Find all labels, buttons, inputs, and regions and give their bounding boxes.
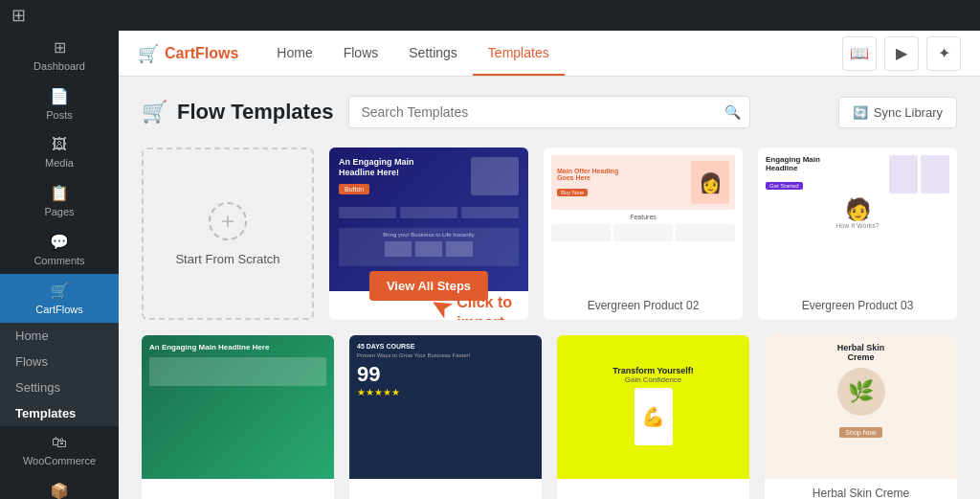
- scratch-plus-icon: +: [209, 202, 247, 240]
- sidebar-sub-home[interactable]: Home: [0, 323, 119, 349]
- tab-home[interactable]: Home: [261, 31, 327, 76]
- tab-settings[interactable]: Settings: [393, 31, 473, 76]
- main-content: 🛒 CartFlows Home Flows Settings Template…: [119, 0, 980, 499]
- scratch-label: Start From Scratch: [175, 252, 279, 266]
- brand-name: CartFlows: [165, 45, 238, 62]
- cartflows-icon: 🛒: [50, 282, 69, 300]
- admin-bar: ⊞: [0, 0, 980, 31]
- search-wrap: 🔍: [348, 96, 750, 128]
- sidebar-item-label: Comments: [33, 255, 84, 266]
- nav-action-icons: 📖 ▶ ✦: [842, 36, 961, 71]
- sidebar-item-media[interactable]: 🖼 Media: [0, 128, 119, 176]
- template-label-skin: Herbal Skin Creme: [765, 479, 957, 499]
- template-preview-ecourse: An Engaging Main Headline Here: [142, 335, 334, 479]
- dashboard-icon: ⊞: [54, 38, 66, 57]
- sidebar: ⊞ Dashboard 📄 Posts 🖼 Media 📋 Pages 💬 Co…: [0, 0, 119, 499]
- tab-templates[interactable]: Templates: [473, 31, 565, 76]
- template-card-evergreen2[interactable]: Main Offer Heading Goes Here Buy Now 👩 F…: [544, 147, 743, 320]
- template-preview-protein: Transform Yourself! Gain Confidence 💪: [557, 335, 749, 479]
- view-all-steps-button[interactable]: View All Steps: [369, 271, 488, 301]
- woocommerce-icon: 🛍: [52, 434, 67, 451]
- sidebar-item-label: Media: [45, 157, 74, 169]
- sidebar-item-dashboard[interactable]: ⊞ Dashboard: [0, 31, 119, 79]
- template-preview-skin: Herbal SkinCreme 🌿 Shop Now: [765, 335, 957, 479]
- template-label-evergreen2: Evergreen Product 02: [544, 291, 743, 320]
- template-preview-evergreen1: An Engaging MainHeadline Here! Button Br…: [329, 147, 528, 291]
- sidebar-item-label: WooCommerce: [23, 455, 96, 466]
- sidebar-item-label: Dashboard: [33, 60, 85, 72]
- sidebar-sub-templates[interactable]: Templates: [0, 400, 119, 426]
- search-input[interactable]: [348, 96, 750, 128]
- search-icon: 🔍: [724, 104, 741, 120]
- page-title-wrap: 🛒 Flow Templates: [142, 100, 333, 125]
- template-card-evergreen3[interactable]: Engaging MainHeadline Get Started 🧑 How …: [758, 147, 957, 320]
- wp-logo-icon: ⊞: [11, 5, 26, 26]
- star-icon-button[interactable]: ✦: [926, 36, 961, 71]
- cartflows-submenu: Home Flows Settings Templates: [0, 323, 119, 426]
- sidebar-sub-flows[interactable]: Flows: [0, 349, 119, 374]
- docs-icon-button[interactable]: 📖: [842, 36, 877, 71]
- sync-library-button[interactable]: 🔄 Sync Library: [838, 97, 957, 128]
- page-title: Flow Templates: [177, 100, 333, 125]
- products-icon: 📦: [50, 482, 69, 499]
- video-icon-button[interactable]: ▶: [884, 36, 919, 71]
- sidebar-sub-settings[interactable]: Settings: [0, 374, 119, 400]
- template-card-evergreen1[interactable]: An Engaging MainHeadline Here! Button Br…: [329, 147, 528, 320]
- template-preview-evergreen2: Main Offer Heading Goes Here Buy Now 👩 F…: [544, 147, 743, 291]
- sidebar-item-cartflows[interactable]: 🛒 CartFlows: [0, 274, 119, 323]
- page-content-area: 🛒 Flow Templates 🔍 🔄 Sync Library + Star…: [119, 77, 980, 499]
- brand-logo[interactable]: 🛒 CartFlows: [138, 43, 238, 64]
- sync-label: Sync Library: [874, 105, 943, 120]
- sidebar-item-label: Posts: [46, 109, 73, 121]
- sidebar-item-posts[interactable]: 📄 Posts: [0, 79, 119, 128]
- template-card-protein[interactable]: PRO Transform Yourself! Gain Confidence …: [557, 335, 749, 499]
- sidebar-item-pages[interactable]: 📋 Pages: [0, 176, 119, 225]
- page-icon: 🛒: [142, 100, 167, 125]
- sidebar-item-woocommerce[interactable]: 🛍 WooCommerce: [0, 426, 119, 474]
- template-card-ecourse[interactable]: An Engaging Main Headline Here: [142, 335, 334, 499]
- tab-flows[interactable]: Flows: [328, 31, 394, 76]
- media-icon: 🖼: [52, 136, 67, 153]
- template-card-book[interactable]: PRO 45 DAYS COURSE Proven Ways to Grow Y…: [349, 335, 542, 499]
- sidebar-item-label: Pages: [44, 206, 74, 217]
- templates-grid-row1: + Start From Scratch An Engaging MainHea…: [142, 147, 957, 320]
- template-label-evergreen3: Evergreen Product 03: [758, 291, 957, 320]
- nav-tabs: Home Flows Settings Templates: [261, 31, 564, 76]
- page-header: 🛒 Flow Templates 🔍 🔄 Sync Library: [142, 96, 957, 128]
- template-preview-book: 45 DAYS COURSE Proven Ways to Grow Your …: [349, 335, 542, 479]
- sync-icon: 🔄: [853, 105, 868, 120]
- comments-icon: 💬: [50, 233, 69, 251]
- sidebar-item-comments[interactable]: 💬 Comments: [0, 225, 119, 274]
- scratch-template-card[interactable]: + Start From Scratch: [142, 147, 314, 320]
- brand-icon: 🛒: [138, 43, 159, 64]
- sidebar-item-label: CartFlows: [35, 304, 83, 315]
- template-preview-evergreen3: Engaging MainHeadline Get Started 🧑 How …: [758, 147, 957, 291]
- sidebar-item-products[interactable]: 📦 Products: [0, 474, 119, 499]
- pages-icon: 📋: [50, 184, 69, 202]
- template-card-skin[interactable]: PRO Herbal SkinCreme 🌿 Shop Now Herbal S…: [765, 335, 957, 499]
- posts-icon: 📄: [50, 87, 69, 105]
- top-navigation: 🛒 CartFlows Home Flows Settings Template…: [119, 31, 980, 77]
- templates-grid-row2: An Engaging Main Headline Here PRO 45 DA…: [142, 335, 957, 499]
